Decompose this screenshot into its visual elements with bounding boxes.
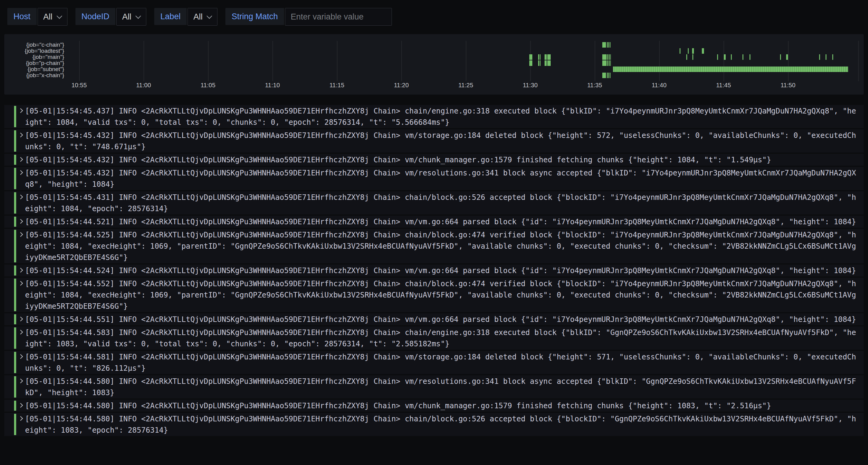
gridline (79, 41, 80, 81)
time-axis-tick: 11:10 (265, 82, 280, 89)
log-row[interactable]: [05-01|15:54:45.431] INFO <2AcRkXTLLtQjv… (4, 191, 864, 214)
log-row[interactable]: [05-01|15:54:45.432] INFO <2AcRkXTLLtQjv… (4, 167, 864, 190)
chevron-down-icon (135, 13, 141, 19)
log-volume-mark (749, 54, 750, 60)
chevron-right-icon[interactable] (18, 317, 23, 322)
log-row[interactable]: [05-01|15:54:44.580] INFO <2AcRkXTLLtQjv… (4, 375, 864, 398)
variable-label-group: LabelAll (154, 8, 217, 26)
variable-nodeid-dropdown[interactable]: All (116, 8, 146, 26)
gridline (858, 41, 859, 81)
time-axis-tick: 11:00 (136, 82, 151, 89)
chevron-right-icon[interactable] (18, 268, 23, 273)
log-volume-mark (832, 54, 833, 60)
log-line-text: [05-01|15:54:45.432] INFO <2AcRkXTLLtQjv… (25, 131, 856, 151)
log-volume-mark (717, 54, 718, 60)
gridline (337, 41, 338, 81)
log-row[interactable]: [05-01|15:54:44.521] INFO <2AcRkXTLLtQjv… (4, 216, 864, 228)
log-row[interactable]: [05-01|15:54:44.580] INFO <2AcRkXTLLtQjv… (4, 413, 864, 436)
log-volume-mark (602, 54, 607, 60)
gridline (466, 41, 466, 81)
chevron-right-icon[interactable] (18, 108, 23, 113)
chevron-right-icon[interactable] (18, 330, 23, 335)
log-line-text: [05-01|15:54:45.437] INFO <2AcRkXTLLtQjv… (25, 106, 856, 127)
gridline (788, 41, 788, 81)
chevron-right-icon[interactable] (18, 403, 23, 408)
log-line-text: [05-01|15:54:44.525] INFO <2AcRkXTLLtQjv… (25, 230, 856, 262)
log-volume-mark (529, 60, 532, 66)
log-line-text: [05-01|15:54:44.521] INFO <2AcRkXTLLtQjv… (25, 217, 856, 226)
gridline (273, 41, 273, 81)
time-axis-tick: 11:20 (394, 82, 409, 89)
log-row[interactable]: [05-01|15:54:44.524] INFO <2AcRkXTLLtQjv… (4, 265, 864, 276)
log-volume-mark (610, 54, 611, 60)
log-volume-mark (609, 42, 609, 47)
log-row[interactable]: [05-01|15:54:44.580] INFO <2AcRkXTLLtQjv… (4, 400, 864, 411)
log-row[interactable]: [05-01|15:54:45.432] INFO <2AcRkXTLLtQjv… (4, 129, 864, 153)
log-volume-timeline-panel: {job="c-chain"}{job="loadtest"}{job="mai… (4, 34, 864, 95)
log-volume-mark (602, 42, 606, 47)
chevron-right-icon[interactable] (18, 379, 23, 384)
variable-nodeid-group: NodeIDAll (75, 8, 147, 26)
log-volume-mark (607, 42, 608, 47)
job-series-label: {job="loadtest"} (4, 48, 64, 54)
log-volume-mark (545, 54, 547, 60)
log-volume-mark (607, 60, 608, 66)
logs-panel: [05-01|15:54:45.437] INFO <2AcRkXTLLtQjv… (4, 105, 864, 436)
variable-host-value: All (43, 12, 53, 22)
log-volume-mark (688, 48, 689, 54)
time-axis-tick: 11:25 (459, 82, 473, 89)
log-volume-mark (547, 54, 551, 60)
variable-label-dropdown[interactable]: All (188, 8, 217, 26)
log-volume-mark (610, 73, 611, 78)
log-line-text: [05-01|15:54:44.524] INFO <2AcRkXTLLtQjv… (25, 266, 856, 275)
log-line-text: [05-01|15:54:45.431] INFO <2AcRkXTLLtQjv… (25, 193, 856, 213)
chevron-right-icon[interactable] (18, 232, 23, 237)
variables-toolbar: HostAllNodeIDAllLabelAll String Match (0, 0, 868, 28)
job-series-label: {job="main"} (4, 54, 64, 60)
variable-nodeid-value: All (122, 12, 131, 22)
chevron-right-icon[interactable] (18, 170, 23, 175)
log-volume-mark (692, 54, 693, 60)
log-line-text: [05-01|15:54:44.580] INFO <2AcRkXTLLtQjv… (25, 414, 856, 434)
log-volume-mark (724, 54, 726, 60)
log-row[interactable]: [05-01|15:54:44.581] INFO <2AcRkXTLLtQjv… (4, 351, 864, 374)
log-row[interactable]: [05-01|15:54:45.432] INFO <2AcRkXTLLtQjv… (4, 154, 864, 166)
log-row[interactable]: [05-01|15:54:44.583] INFO <2AcRkXTLLtQjv… (4, 327, 864, 350)
gridline (208, 41, 209, 81)
log-line-text: [05-01|15:54:44.551] INFO <2AcRkXTLLtQjv… (25, 315, 856, 324)
string-match-input[interactable] (285, 8, 392, 26)
log-row[interactable]: [05-01|15:54:44.525] INFO <2AcRkXTLLtQjv… (4, 229, 864, 263)
log-volume-mark (602, 73, 606, 78)
log-volume-mark (610, 60, 611, 66)
gridline (723, 41, 724, 81)
log-volume-mark (731, 54, 732, 60)
log-volume-mark (538, 54, 539, 60)
log-row[interactable]: [05-01|15:54:44.551] INFO <2AcRkXTLLtQjv… (4, 313, 864, 325)
time-axis-tick: 11:45 (716, 82, 731, 89)
chevron-right-icon[interactable] (18, 133, 23, 138)
log-volume-mark (540, 60, 540, 66)
chevron-right-icon[interactable] (18, 281, 23, 286)
time-axis-tick: 11:15 (330, 82, 344, 89)
chevron-right-icon[interactable] (18, 157, 23, 162)
log-volume-mark (602, 60, 607, 66)
variable-label-label: Label (154, 8, 187, 25)
log-volume-mark (547, 60, 551, 66)
variable-label-value: All (193, 12, 203, 22)
variable-groups: HostAllNodeIDAllLabelAll (7, 8, 225, 26)
variable-host-label: Host (7, 8, 37, 25)
log-row[interactable]: [05-01|15:54:45.437] INFO <2AcRkXTLLtQjv… (4, 105, 864, 128)
log-volume-mark (686, 54, 687, 60)
chevron-right-icon[interactable] (18, 219, 23, 224)
chevron-right-icon[interactable] (18, 416, 23, 421)
chevron-right-icon[interactable] (18, 195, 23, 200)
log-row[interactable]: [05-01|15:54:44.552] INFO <2AcRkXTLLtQjv… (4, 278, 864, 312)
log-volume-mark (607, 73, 608, 78)
log-volume-mark (538, 60, 539, 66)
log-volume-mark (826, 54, 827, 60)
variable-host-dropdown[interactable]: All (37, 8, 67, 26)
log-volume-mark (610, 42, 611, 47)
chevron-right-icon[interactable] (18, 354, 23, 359)
variable-nodeid-label: NodeID (75, 8, 116, 25)
log-volume-mark (742, 54, 743, 60)
